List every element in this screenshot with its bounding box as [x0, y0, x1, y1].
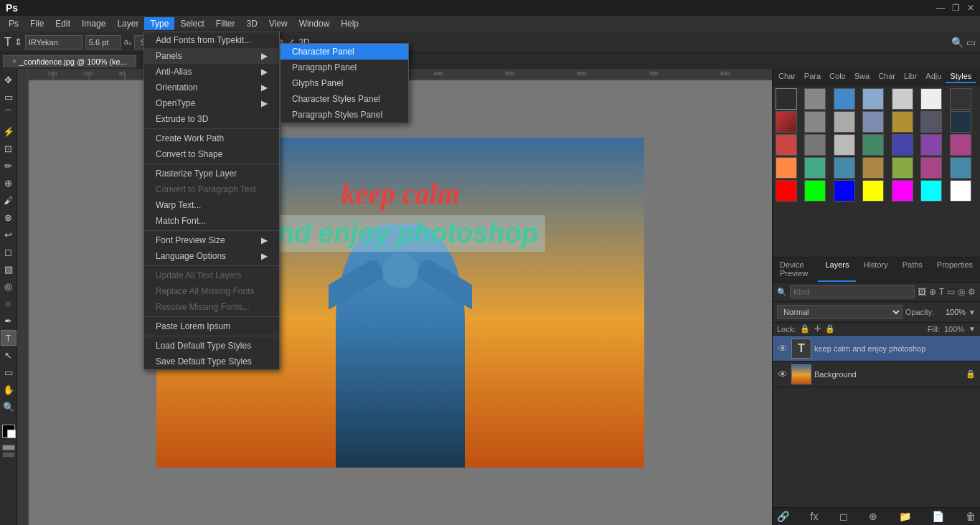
- menu-edit[interactable]: Edit: [50, 17, 76, 30]
- menu-view[interactable]: View: [263, 17, 293, 30]
- style-swatch[interactable]: [920, 157, 942, 179]
- lock-position-icon[interactable]: ✛: [814, 324, 821, 334]
- history-brush-tool[interactable]: ↩: [1, 227, 17, 242]
- style-swatch[interactable]: [920, 88, 942, 110]
- menu-image[interactable]: Image: [76, 17, 111, 30]
- menu-create-work-path[interactable]: Create Work Path: [144, 131, 279, 146]
- tab-device-preview[interactable]: Device Preview: [773, 257, 818, 282]
- menu-para-styles-panel[interactable]: Paragraph Styles Panel: [281, 107, 408, 123]
- tab-paths[interactable]: Paths: [895, 257, 930, 282]
- layers-kind-filter[interactable]: [790, 285, 915, 298]
- title-bar-controls[interactable]: — ❐ ✕: [936, 3, 974, 13]
- menu-char-styles-panel[interactable]: Character Styles Panel: [281, 91, 408, 107]
- style-swatch[interactable]: [950, 157, 971, 179]
- lasso-tool[interactable]: ⌒: [1, 106, 17, 122]
- menu-extrude[interactable]: Extrude to 3D: [144, 111, 279, 127]
- style-swatch[interactable]: [834, 157, 855, 179]
- fill-arrow-icon[interactable]: ▼: [969, 325, 976, 333]
- opacity-value[interactable]: 100%: [937, 308, 966, 316]
- style-swatch[interactable]: [776, 88, 797, 110]
- style-swatch[interactable]: [804, 111, 826, 133]
- menu-update-text[interactable]: Update All Text Layers: [144, 268, 279, 283]
- menu-load-styles[interactable]: Load Default Type Styles: [144, 338, 279, 354]
- layer-smart-icon[interactable]: ◎: [958, 287, 965, 297]
- type-tool[interactable]: T: [1, 330, 17, 346]
- opacity-arrow-icon[interactable]: ▼: [969, 308, 976, 316]
- layer-kind-icon[interactable]: 🖼: [918, 287, 926, 297]
- tab-layers[interactable]: Layers: [818, 257, 856, 282]
- style-swatch[interactable]: [950, 88, 971, 110]
- layer-item[interactable]: 👁 T keep calm and enjoy photoshop: [773, 336, 980, 361]
- menu-convert-shape[interactable]: Convert to Shape: [144, 146, 279, 162]
- style-swatch[interactable]: [834, 111, 855, 133]
- style-swatch[interactable]: [892, 88, 913, 110]
- layer-visibility-toggle[interactable]: 👁: [777, 369, 788, 380]
- menu-rasterize[interactable]: Rasterize Type Layer: [144, 166, 279, 181]
- foreground-color[interactable]: [2, 425, 15, 438]
- menu-save-styles[interactable]: Save Default Type Styles: [144, 354, 279, 369]
- layer-visibility-toggle[interactable]: 👁: [777, 343, 788, 354]
- panel-tab-swa[interactable]: Swa: [850, 70, 874, 83]
- menu-select[interactable]: Select: [174, 17, 209, 30]
- font-name-input[interactable]: [25, 35, 83, 49]
- menu-glyphs-panel[interactable]: Glyphs Panel: [281, 75, 408, 91]
- menu-language-options[interactable]: Language Options▶: [144, 248, 279, 264]
- style-swatch[interactable]: [892, 157, 913, 179]
- close-button[interactable]: ✕: [967, 3, 974, 13]
- style-swatch[interactable]: [862, 134, 884, 156]
- menu-paste-lorem[interactable]: Paste Lorem Ipsum: [144, 318, 279, 334]
- eyedropper-tool[interactable]: ✏: [1, 158, 17, 174]
- menu-help[interactable]: Help: [335, 17, 364, 30]
- menu-resolve-fonts[interactable]: Resolve Missing Fonts...: [144, 299, 279, 315]
- view-toggle-icon[interactable]: ▭: [966, 37, 976, 48]
- panel-tab-styles[interactable]: Styles: [946, 70, 976, 83]
- blend-mode-select[interactable]: Normal Multiply Screen: [777, 305, 903, 319]
- search-icon[interactable]: 🔍: [951, 37, 963, 48]
- eraser-tool[interactable]: ◻: [1, 244, 17, 260]
- style-swatch[interactable]: [834, 134, 855, 156]
- panel-tab-adju[interactable]: Adju: [921, 70, 946, 83]
- new-layer-icon[interactable]: 📄: [932, 511, 944, 522]
- style-swatch[interactable]: [892, 111, 913, 133]
- panel-tab-libr[interactable]: Libr: [900, 70, 921, 83]
- menu-replace-fonts[interactable]: Replace All Missing Fonts: [144, 283, 279, 299]
- menu-anti-alias[interactable]: Anti-Alias▶: [144, 64, 279, 80]
- menu-ps[interactable]: Ps: [3, 17, 24, 30]
- document-tab[interactable]: × _confidence.jpg @ 100% (ke...: [3, 55, 136, 67]
- layer-shape-icon[interactable]: ▭: [947, 287, 955, 297]
- style-swatch[interactable]: [776, 180, 797, 202]
- style-swatch[interactable]: [862, 180, 884, 202]
- minimize-button[interactable]: —: [936, 3, 945, 13]
- menu-font-preview[interactable]: Font Preview Size▶: [144, 232, 279, 248]
- style-swatch[interactable]: [804, 157, 826, 179]
- link-layers-icon[interactable]: 🔗: [777, 511, 789, 522]
- style-swatch[interactable]: [776, 157, 797, 179]
- style-swatch[interactable]: [862, 111, 884, 133]
- menu-file[interactable]: File: [24, 17, 50, 30]
- layer-filter-options[interactable]: ⚙: [968, 287, 976, 297]
- new-mask-icon[interactable]: ◻: [839, 511, 848, 522]
- style-swatch[interactable]: [920, 180, 942, 202]
- panel-tab-char2[interactable]: Char: [874, 70, 900, 83]
- menu-paragraph-panel[interactable]: Paragraph Panel: [281, 60, 408, 75]
- layer-fx-icon[interactable]: fx: [811, 511, 819, 522]
- style-swatch[interactable]: [950, 134, 971, 156]
- panel-tab-para[interactable]: Para: [800, 70, 825, 83]
- style-swatch[interactable]: [834, 88, 855, 110]
- healing-tool[interactable]: ⊕: [1, 175, 17, 191]
- delete-layer-icon[interactable]: 🗑: [966, 511, 976, 522]
- style-swatch[interactable]: [804, 134, 826, 156]
- lock-pixels-icon[interactable]: 🔒: [800, 324, 810, 334]
- dodge-tool[interactable]: ○: [1, 295, 17, 311]
- move-tool[interactable]: ✥: [1, 72, 17, 88]
- style-swatch[interactable]: [804, 180, 826, 202]
- style-swatch[interactable]: [920, 134, 942, 156]
- menu-opentype[interactable]: OpenType▶: [144, 95, 279, 111]
- style-swatch[interactable]: [920, 111, 942, 133]
- style-swatch[interactable]: [776, 134, 797, 156]
- panel-tab-colo[interactable]: Colo: [825, 70, 850, 83]
- crop-tool[interactable]: ⊡: [1, 141, 17, 156]
- style-swatch[interactable]: [834, 180, 855, 202]
- style-swatch[interactable]: [862, 88, 884, 110]
- style-swatch[interactable]: [950, 111, 971, 133]
